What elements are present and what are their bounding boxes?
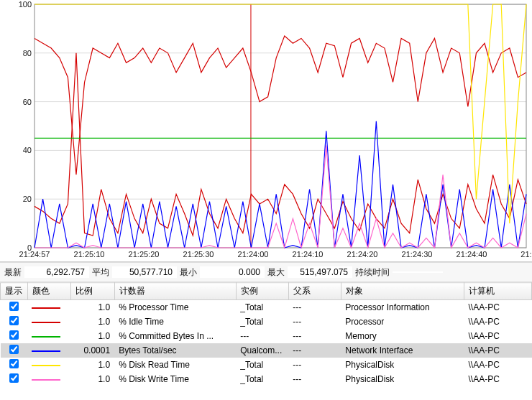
color-swatch: [32, 322, 60, 323]
max-value: 515,497.075: [288, 266, 352, 278]
instance-cell: ---: [236, 329, 288, 343]
table-row[interactable]: 0.0001Bytes Total/secQualcom...---Networ…: [1, 343, 532, 358]
series-line: [35, 4, 526, 223]
counter-cell: % Committed Bytes In ...: [114, 329, 236, 343]
x-tick-label: 21:24:30: [402, 250, 433, 259]
counter-cell: % Disk Read Time: [114, 358, 236, 372]
min-value: 0.000: [200, 266, 265, 278]
min-label: 最小: [180, 266, 197, 279]
header-counter[interactable]: 计数器: [114, 283, 236, 300]
table-row[interactable]: 1.0% Idle Time_Total---Processor\\AA-PC: [1, 315, 532, 329]
counter-cell: % Processor Time: [114, 300, 236, 315]
computer-cell: \\AA-PC: [464, 358, 532, 372]
color-swatch: [32, 379, 60, 381]
counter-cell: % Idle Time: [114, 315, 236, 329]
x-tick-label: 21:24:57: [19, 250, 50, 259]
computer-cell: \\AA-PC: [464, 372, 532, 386]
color-swatch: [32, 350, 60, 352]
series-line: [35, 36, 526, 175]
instance-cell: _Total: [236, 300, 288, 315]
parent-cell: ---: [288, 329, 341, 343]
table-row[interactable]: 1.0% Disk Write Time_Total---PhysicalDis…: [1, 372, 532, 386]
show-checkbox[interactable]: [9, 345, 19, 354]
y-tick-label: 60: [3, 98, 32, 106]
scale-cell: 1.0: [71, 329, 115, 343]
latest-value: 6,292.757: [24, 266, 89, 278]
show-checkbox[interactable]: [9, 330, 19, 340]
object-cell: Memory: [341, 329, 464, 343]
x-tick-label: 21:24:00: [238, 250, 269, 259]
instance-cell: _Total: [236, 358, 288, 372]
computer-cell: \\AA-PC: [464, 329, 532, 343]
computer-cell: \\AA-PC: [464, 300, 532, 315]
header-computer[interactable]: 计算机: [464, 283, 532, 300]
color-swatch: [32, 336, 60, 338]
scale-cell: 1.0: [71, 300, 115, 315]
color-swatch: [32, 307, 60, 309]
header-parent[interactable]: 父系: [288, 283, 341, 300]
parent-cell: ---: [288, 315, 341, 329]
parent-cell: ---: [288, 300, 341, 315]
table-row[interactable]: 1.0% Disk Read Time_Total---PhysicalDisk…: [1, 358, 532, 372]
scale-cell: 0.0001: [71, 343, 115, 358]
y-tick-label: 100: [3, 0, 32, 9]
computer-cell: \\AA-PC: [464, 343, 532, 358]
scale-cell: 1.0: [71, 315, 115, 329]
instance-cell: _Total: [236, 315, 288, 329]
x-tick-label: 21:24:20: [347, 250, 378, 259]
series-line: [35, 53, 526, 236]
parent-cell: ---: [288, 372, 341, 386]
show-checkbox[interactable]: [9, 316, 19, 325]
table-header-row: 显示 颜色 比例 计数器 实例 父系 对象 计算机: [1, 283, 532, 300]
table-row[interactable]: 1.0% Processor Time_Total---Processor In…: [1, 300, 532, 315]
series-line: [35, 121, 526, 248]
instance-cell: _Total: [236, 372, 288, 386]
show-checkbox[interactable]: [9, 302, 19, 311]
parent-cell: ---: [288, 343, 341, 358]
y-tick-label: 40: [3, 146, 32, 154]
duration-label: 持续时间: [355, 266, 390, 279]
x-tick-label: 21:25:20: [129, 250, 160, 259]
latest-label: 最新: [4, 266, 22, 279]
chart-canvas: [0, 0, 532, 262]
object-cell: PhysicalDisk: [341, 358, 464, 372]
stats-bar: 最新 6,292.757 平均 50,577.710 最小 0.000 最大 5…: [0, 262, 532, 282]
y-tick-label: 80: [3, 49, 32, 57]
table-row[interactable]: 1.0% Committed Bytes In ...------Memory\…: [1, 329, 532, 343]
computer-cell: \\AA-PC: [464, 315, 532, 329]
object-cell: Processor: [341, 315, 464, 329]
scale-cell: 1.0: [71, 358, 115, 372]
duration-value: [393, 271, 443, 273]
counter-cell: Bytes Total/sec: [114, 343, 236, 358]
object-cell: Processor Information: [341, 300, 464, 315]
x-tick-label: 21:: [520, 250, 531, 259]
show-checkbox[interactable]: [9, 373, 19, 383]
header-object[interactable]: 对象: [341, 283, 464, 300]
x-tick-label: 21:25:30: [183, 250, 214, 259]
color-swatch: [32, 365, 60, 366]
show-checkbox[interactable]: [9, 359, 19, 368]
object-cell: PhysicalDisk: [341, 372, 464, 386]
instance-cell: Qualcom...: [236, 343, 288, 358]
y-tick-label: 20: [3, 195, 32, 203]
x-tick-label: 21:24:40: [457, 250, 487, 259]
parent-cell: ---: [288, 358, 341, 372]
x-tick-label: 21:25:10: [74, 250, 105, 259]
object-cell: Network Interface: [341, 343, 464, 358]
header-show[interactable]: 显示: [1, 283, 28, 300]
max-label: 最大: [267, 266, 285, 279]
average-label: 平均: [92, 266, 109, 279]
counter-table[interactable]: 显示 颜色 比例 计数器 实例 父系 对象 计算机 1.0% Processor…: [0, 282, 532, 386]
scale-cell: 1.0: [71, 372, 115, 386]
performance-chart[interactable]: 02040608010021:24:5721:25:1021:25:2021:2…: [0, 0, 532, 262]
average-value: 50,577.710: [112, 266, 177, 278]
series-line: [35, 146, 526, 248]
header-color[interactable]: 颜色: [27, 283, 71, 300]
counter-cell: % Disk Write Time: [114, 372, 236, 386]
header-scale[interactable]: 比例: [71, 283, 115, 300]
x-tick-label: 21:24:10: [293, 250, 324, 259]
header-instance[interactable]: 实例: [236, 283, 288, 300]
